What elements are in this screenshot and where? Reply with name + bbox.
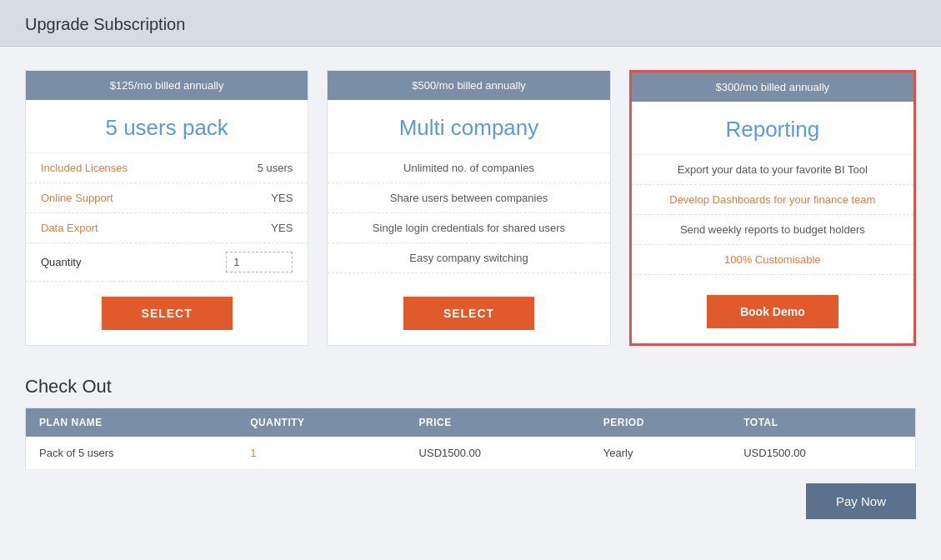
checkout-row: Pack of 5 users 1 USD1500.00 Yearly USD1… [26, 437, 916, 470]
col-total: TOTAL [730, 408, 915, 438]
page-title: Upgrade Subscription [25, 15, 185, 33]
quantity-label: Quantity [41, 256, 81, 268]
feature-easy-switching: Easy company switching [328, 243, 609, 273]
feature-licenses-label: Included Licenses [41, 162, 128, 174]
plan-action-multi-company: SELECT [328, 282, 609, 345]
feature-easy-switching-text: Easy company switching [409, 252, 528, 264]
plan-action-five-users: SELECT [26, 282, 308, 345]
checkout-table-header: PLAN NAME QUANTITY PRICE PERIOD TOTAL [26, 408, 916, 438]
checkout-period: Yearly [590, 437, 730, 470]
plan-card-five-users: $125/mo billed annually 5 users pack Inc… [25, 70, 308, 346]
feature-share-users: Share users between companies [328, 183, 609, 213]
feature-customisable-text: 100% Customisable [724, 253, 821, 266]
feature-dashboards-text: Develop Dashboards for your finance team [669, 193, 875, 206]
col-plan-name: PLAN NAME [26, 408, 238, 438]
checkout-plan-name: Pack of 5 users [26, 437, 238, 470]
select-multi-company-button[interactable]: SELECT [403, 297, 534, 330]
checkout-section: Check Out PLAN NAME QUANTITY PRICE PERIO… [25, 376, 916, 519]
feature-support-value: YES [271, 192, 293, 204]
feature-export-value: YES [271, 222, 293, 234]
col-price: PRICE [406, 408, 590, 438]
feature-licenses: Included Licenses 5 users [26, 153, 308, 183]
feature-unlimited: Unlimited no. of companies [328, 153, 609, 183]
plan-price-five-users: $125/mo billed annually [26, 71, 308, 100]
checkout-price: USD1500.00 [406, 437, 590, 470]
quantity-input[interactable] [226, 252, 293, 272]
feature-licenses-value: 5 users [258, 162, 293, 174]
feature-single-login: Single login credentials for shared user… [328, 213, 609, 243]
feature-export-label: Data Export [41, 222, 98, 234]
pay-now-row: Pay Now [25, 483, 916, 519]
page-header: Upgrade Subscription [0, 0, 941, 47]
feature-support: Online Support YES [26, 183, 308, 213]
book-demo-button[interactable]: Book Demo [707, 295, 838, 328]
col-period: PERIOD [590, 408, 730, 438]
main-content: $125/mo billed annually 5 users pack Inc… [0, 47, 941, 536]
checkout-quantity: 1 [237, 437, 405, 470]
plan-title-multi-company: Multi company [328, 100, 609, 153]
feature-customisable: 100% Customisable [632, 245, 913, 275]
feature-support-label: Online Support [41, 192, 113, 204]
feature-bi-tool-text: Export your data to your favorite BI Too… [678, 163, 868, 176]
plan-action-reporting: Book Demo [632, 280, 913, 343]
feature-single-login-text: Single login credentials for shared user… [373, 222, 565, 234]
plan-price-reporting: $300/mo billed annually [632, 72, 913, 102]
checkout-total: USD1500.00 [730, 437, 915, 470]
feature-dashboards: Develop Dashboards for your finance team [632, 185, 913, 215]
feature-export: Data Export YES [26, 213, 308, 243]
plan-features-multi-company: Unlimited no. of companies Share users b… [328, 153, 609, 282]
plan-price-multi-company: $500/mo billed annually [328, 71, 609, 100]
plan-title-reporting: Reporting [632, 102, 913, 155]
checkout-title: Check Out [25, 376, 916, 398]
feature-weekly-reports: Send weekly reports to budget holders [632, 215, 913, 245]
feature-share-users-text: Share users between companies [390, 192, 548, 204]
select-five-users-button[interactable]: SELECT [102, 297, 233, 330]
plans-container: $125/mo billed annually 5 users pack Inc… [25, 70, 916, 346]
plan-features-five-users: Included Licenses 5 users Online Support… [26, 153, 308, 282]
feature-unlimited-text: Unlimited no. of companies [403, 162, 534, 174]
plan-title-five-users: 5 users pack [26, 100, 308, 153]
quantity-row: Quantity [26, 243, 308, 282]
col-quantity: QUANTITY [237, 408, 405, 438]
checkout-table: PLAN NAME QUANTITY PRICE PERIOD TOTAL Pa… [25, 408, 916, 470]
pay-now-button[interactable]: Pay Now [806, 483, 916, 519]
plan-card-multi-company: $500/mo billed annually Multi company Un… [327, 70, 610, 346]
feature-bi-tool: Export your data to your favorite BI Too… [632, 155, 913, 185]
plan-card-reporting: $300/mo billed annually Reporting Export… [629, 70, 916, 346]
feature-weekly-reports-text: Send weekly reports to budget holders [680, 223, 865, 236]
plan-features-reporting: Export your data to your favorite BI Too… [632, 155, 913, 280]
